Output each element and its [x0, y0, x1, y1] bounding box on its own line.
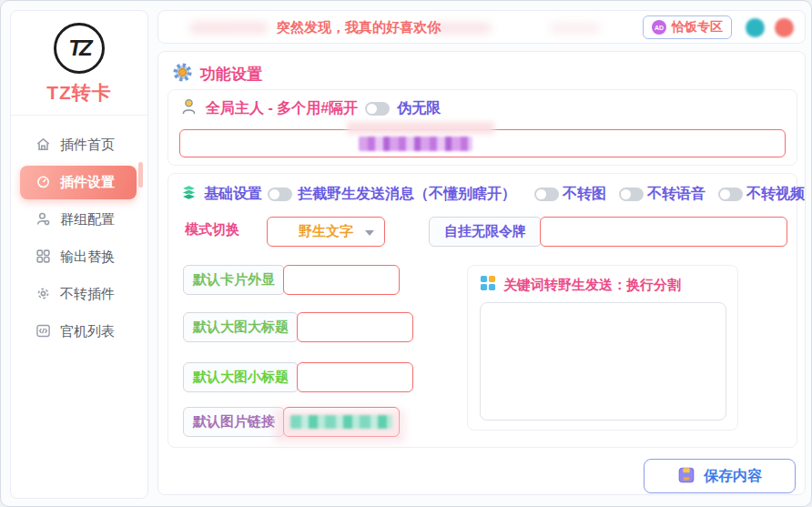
- small-title-input[interactable]: [297, 362, 413, 392]
- basic-settings-section: 基础设置 拦截野生发送消息（不懂别瞎开） 不转图 不转语音 不转视频 模式切换: [167, 173, 797, 448]
- intercept-label: 拦截野生发送消息（不懂别瞎开）: [298, 185, 516, 204]
- owner-input[interactable]: [179, 129, 786, 157]
- redacted-image-link-value: [290, 415, 392, 429]
- fake-unlimited-toggle[interactable]: [365, 102, 390, 116]
- no-voice-label: 不转语音: [647, 185, 705, 204]
- save-floppy-icon: [677, 466, 695, 487]
- keyword-textarea[interactable]: [480, 302, 726, 421]
- ad-badge-icon: AD: [652, 20, 666, 35]
- sidebar-item-label: 群组配置: [60, 211, 115, 228]
- owner-label: 全局主人 - 多个用#隔开: [206, 99, 358, 118]
- keyword-panel-title: 关键词转野生发送：换行分割: [503, 277, 681, 294]
- chevron-down-icon: [365, 230, 374, 236]
- token-input[interactable]: [540, 217, 787, 247]
- no-video-label: 不转视频: [746, 185, 805, 204]
- intercept-toggle[interactable]: [268, 188, 292, 201]
- card-display-label: 默认卡片外显: [183, 265, 285, 295]
- sidebar-item-no-convert-plugin[interactable]: 不转插件: [11, 276, 147, 313]
- sidebar-item-label: 官机列表: [60, 323, 115, 340]
- fake-unlimited-label: 伪无限: [397, 99, 441, 118]
- ad-zone-button[interactable]: AD 恰饭专区: [643, 15, 732, 39]
- keyword-panel: 关键词转野生发送：换行分割: [467, 265, 738, 431]
- main-settings-card: 功能设置 全局主人 - 多个用#隔开 伪无限: [157, 51, 806, 495]
- sidebar-item-label: 输出替换: [60, 248, 115, 266]
- small-title-label: 默认大图小标题: [183, 362, 299, 392]
- tz-logo: TZ: [54, 23, 105, 74]
- token-label: 自挂无限令牌: [429, 217, 542, 247]
- layers-icon: [179, 183, 198, 206]
- mode-select-value: 野生文字: [299, 223, 353, 240]
- global-owner-section: 全局主人 - 多个用#隔开 伪无限: [167, 89, 797, 166]
- page-title: 功能设置: [200, 64, 262, 85]
- app-title: TZ转卡: [11, 80, 147, 106]
- user-icon: [179, 97, 198, 120]
- sidebar-item-plugin-home[interactable]: 插件首页: [11, 127, 147, 164]
- big-title-label: 默认大图大标题: [183, 312, 299, 342]
- code-icon: [36, 323, 51, 341]
- topbar-message: 突然发现，我真的好喜欢你: [277, 18, 441, 35]
- red-avatar-dot[interactable]: [775, 18, 794, 37]
- card-display-input[interactable]: [283, 265, 400, 295]
- user-gear-icon: [36, 211, 51, 229]
- sidebar-item-output-replace[interactable]: 输出替换: [11, 238, 147, 276]
- mode-switch-label: 模式切换: [185, 221, 239, 238]
- teal-avatar-dot[interactable]: [746, 18, 765, 37]
- token-input-group: 自挂无限令牌: [429, 217, 787, 247]
- redacted-overlay: [347, 122, 494, 134]
- color-grid-icon: [480, 275, 496, 295]
- no-voice-toggle[interactable]: [619, 188, 644, 201]
- home-icon: [36, 137, 51, 155]
- sidebar-item-plugin-settings[interactable]: 插件设置: [20, 166, 137, 199]
- sidebar: TZ TZ转卡 插件首页 插件设置: [10, 10, 148, 499]
- image-link-label: 默认图片链接: [183, 407, 285, 437]
- sidebar-item-label: 不转插件: [60, 286, 115, 303]
- logo-block: TZ TZ转卡: [11, 11, 147, 116]
- sidebar-item-official-list[interactable]: 官机列表: [11, 313, 147, 350]
- save-button-label: 保存内容: [704, 467, 762, 486]
- basic-settings-label: 基础设置: [204, 185, 262, 204]
- redacted-owner-value: [359, 137, 472, 151]
- section-header: 功能设置: [172, 62, 262, 86]
- sidebar-item-label: 插件首页: [60, 137, 115, 154]
- field-row-image-link: 默认图片链接: [183, 407, 400, 437]
- sidebar-menu: 插件首页 插件设置 群组配置: [11, 116, 147, 350]
- topbar: 突然发现，我真的好喜欢你 AD 恰饭专区: [157, 10, 806, 44]
- redacted-text: [550, 23, 600, 34]
- ad-zone-label: 恰饭专区: [672, 19, 723, 35]
- sidebar-item-label: 插件设置: [60, 174, 115, 191]
- grid-icon: [36, 248, 51, 267]
- no-video-toggle[interactable]: [718, 188, 743, 201]
- field-row-small-title: 默认大图小标题: [183, 362, 413, 392]
- save-button[interactable]: 保存内容: [644, 459, 796, 493]
- active-item-indicator: [138, 162, 143, 188]
- big-title-input[interactable]: [297, 312, 413, 342]
- redacted-text: [190, 22, 268, 34]
- field-row-big-title: 默认大图大标题: [183, 312, 413, 342]
- no-image-toggle[interactable]: [534, 188, 559, 201]
- timer-icon: [36, 174, 51, 192]
- sidebar-item-group-config[interactable]: 群组配置: [11, 201, 147, 238]
- mode-select[interactable]: 野生文字: [267, 217, 385, 247]
- gear-icon: [36, 286, 51, 304]
- app-window: TZ TZ转卡 插件首页 插件设置: [0, 0, 812, 507]
- no-image-label: 不转图: [563, 185, 606, 204]
- blue-gear-icon: [172, 62, 193, 86]
- image-link-input[interactable]: [283, 407, 400, 437]
- field-row-card-display: 默认卡片外显: [183, 265, 400, 295]
